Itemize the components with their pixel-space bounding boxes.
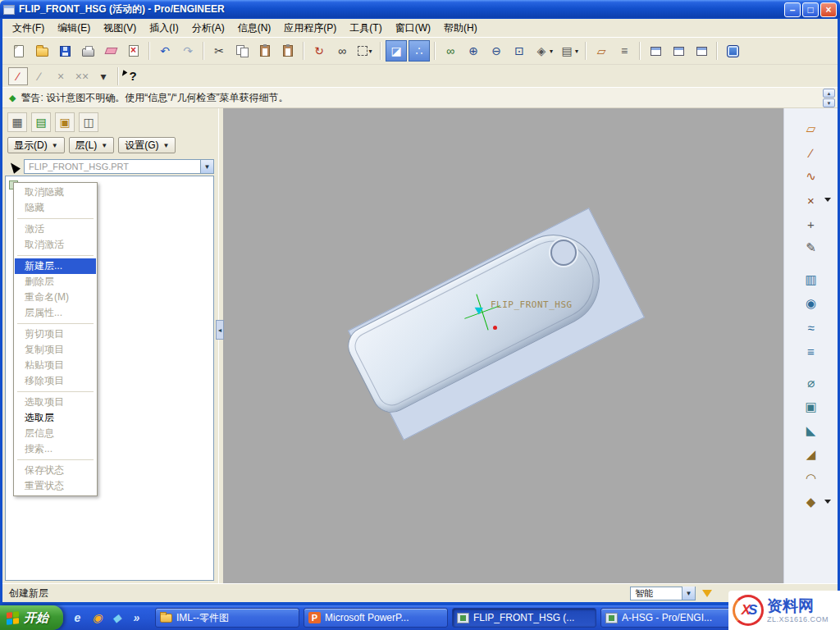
menubar-item-1[interactable]: 文件(F)	[6, 19, 51, 38]
menubar-item-4[interactable]: 插入(I)	[143, 19, 185, 38]
ie-launcher[interactable]: e	[71, 611, 84, 625]
datum-axis-tool[interactable]: ∕	[801, 144, 821, 162]
scroll-up-icon[interactable]: ▲	[823, 89, 835, 98]
panel-collapse-button[interactable]: ◄	[216, 320, 224, 340]
chevron-down-icon: ▾	[368, 48, 372, 55]
sketch-tool[interactable]: ✎	[801, 239, 821, 257]
title-bar[interactable]: FLIP_FRONT_HSG (活动的) - Pro/ENGINEER – □ …	[0, 0, 840, 19]
line-tool-button[interactable]: ∕	[8, 67, 28, 85]
rib-tool[interactable]: ◣	[801, 422, 821, 440]
select-cursor-icon	[7, 160, 21, 173]
delete-file-button[interactable]	[123, 40, 144, 62]
media-player-launcher[interactable]: ◉	[90, 611, 104, 625]
active-window-button[interactable]	[722, 40, 743, 62]
model-combo[interactable]: FLIP_FRONT_HSG.PRT ▼	[24, 159, 214, 174]
context-menu-item[interactable]: 选取层	[15, 410, 96, 426]
messenger-launcher[interactable]: ◆	[110, 611, 124, 625]
saved-views-button[interactable]: ▤▾	[557, 40, 581, 62]
menubar-item-6[interactable]: 信息(N)	[231, 19, 278, 38]
round-tool[interactable]: ◠	[801, 469, 821, 487]
taskbar-task-3[interactable]: FLIP_FRONT_HSG (...	[452, 608, 596, 628]
redo-button[interactable]: ↷	[177, 40, 199, 62]
overflow-chevron[interactable]: »	[130, 611, 144, 625]
datum-point-tool[interactable]: ×	[801, 191, 821, 209]
selection-filter-button[interactable]: ▾	[354, 40, 376, 62]
overlap-geometry-button[interactable]: ∞	[440, 40, 461, 62]
show-menu-button[interactable]: 显示(D) ▼	[7, 137, 65, 153]
taskbar-task-2[interactable]: PMicrosoft PowerP...	[304, 608, 448, 628]
datum-display-button[interactable]: ▱	[591, 40, 612, 62]
datum-plane-tool[interactable]: ▱	[801, 120, 821, 138]
start-button[interactable]: 开始	[0, 605, 63, 630]
taskbar-task-1[interactable]: IML--零件图	[155, 608, 299, 628]
menubar-item-3[interactable]: 视图(V)	[97, 19, 143, 38]
datum-curve-tool[interactable]: ∿	[801, 167, 821, 185]
menubar-item-2[interactable]: 编辑(E)	[51, 19, 97, 38]
blend-tool[interactable]: ≡	[801, 342, 821, 360]
window-hiddenline-button[interactable]	[668, 40, 689, 62]
highlight-open-ends-toggle[interactable]: ∴	[409, 40, 430, 62]
refit-button[interactable]: ⊡	[509, 40, 530, 62]
redo-icon: ↷	[180, 43, 195, 58]
reorient-icon: ◈	[534, 43, 549, 58]
layers-button[interactable]: ≡	[614, 40, 635, 62]
window-shaded-button[interactable]	[691, 40, 712, 62]
combo-dropdown-button[interactable]: ▼	[682, 587, 695, 600]
filter-arrow-button[interactable]	[700, 586, 714, 600]
divide-tool-button[interactable]: ∕	[30, 67, 49, 85]
print-button[interactable]	[77, 40, 98, 62]
find-button[interactable]: ∞	[331, 40, 353, 62]
copy-button[interactable]	[231, 40, 253, 62]
delete-segment-button[interactable]: ×	[51, 67, 71, 85]
close-button[interactable]: ×	[820, 2, 837, 17]
chamfer-tool[interactable]: ◆	[801, 493, 821, 511]
combo-dropdown-button[interactable]: ▼	[200, 160, 213, 173]
taskbar-task-4[interactable]: A-HSG - Pro/ENGI...	[600, 608, 745, 628]
context-menu-item[interactable]: 新建层...	[15, 258, 96, 274]
zoom-in-button[interactable]: ⊕	[463, 40, 484, 62]
menubar-item-5[interactable]: 分析(A)	[185, 19, 231, 38]
corner-tool-button[interactable]: ××	[72, 67, 92, 85]
menubar-item-7[interactable]: 应用程序(P)	[277, 19, 343, 38]
zoom-out-button[interactable]: ⊖	[486, 40, 507, 62]
scroll-down-icon[interactable]: ▼	[823, 98, 835, 107]
coordsys-tool[interactable]: +	[801, 215, 821, 233]
quick-launch: e◉◆»	[63, 611, 151, 625]
draft-tool[interactable]: ◢	[801, 445, 821, 463]
sketch-flyout-button[interactable]: ▾	[94, 67, 113, 85]
shell-tool[interactable]: ▣	[801, 398, 821, 416]
selection-filter-combo[interactable]: 智能 ▼	[630, 587, 696, 600]
undo-button[interactable]: ↶	[154, 40, 176, 62]
main-toolbar: ↶↷✂↻∞▾◪∴∞⊕⊖⊡◈▾▤▾▱≡	[2, 37, 838, 65]
regenerate-button[interactable]: ↻	[308, 40, 330, 62]
revolve-tool[interactable]: ◉	[801, 294, 821, 313]
cut-button[interactable]: ✂	[208, 40, 230, 62]
context-help-button[interactable]: ?	[123, 67, 143, 85]
layer-menu-button[interactable]: 层(L) ▼	[69, 137, 115, 153]
paste-special-button[interactable]	[277, 40, 299, 62]
paste-button[interactable]	[254, 40, 276, 62]
windows-button[interactable]: ◫	[79, 112, 98, 132]
menubar-item-9[interactable]: 窗口(W)	[389, 19, 437, 38]
settings-menu-button[interactable]: 设置(G) ▼	[118, 137, 176, 153]
maximize-button[interactable]: □	[802, 2, 819, 17]
window-wireframe-button[interactable]	[645, 40, 666, 62]
sweep-tool[interactable]: ≈	[801, 318, 821, 336]
open-file-button[interactable]	[31, 40, 52, 62]
save-button[interactable]	[54, 40, 75, 62]
toolbar-separator	[716, 42, 718, 60]
layers-list-button[interactable]: ▤	[31, 112, 51, 132]
sketcher-toolbar: ∕∕×××▾?	[2, 65, 838, 87]
tree-columns-button[interactable]: ▦	[7, 112, 27, 132]
minimize-button[interactable]: –	[784, 2, 801, 17]
reorient-button[interactable]: ◈▾	[532, 40, 555, 62]
graphics-viewport[interactable]: FLIP_FRONT_HSG	[223, 108, 783, 583]
extrude-tool[interactable]: ▥	[801, 271, 821, 289]
erase-display-button[interactable]	[100, 40, 121, 62]
new-file-button[interactable]	[8, 40, 30, 62]
shade-closed-loops-toggle[interactable]: ◪	[386, 40, 407, 62]
menubar-item-10[interactable]: 帮助(H)	[437, 19, 484, 38]
layer-folder-button[interactable]: ▣	[55, 112, 75, 132]
menubar-item-8[interactable]: 工具(T)	[343, 19, 388, 38]
hole-tool[interactable]: ⌀	[801, 374, 821, 392]
